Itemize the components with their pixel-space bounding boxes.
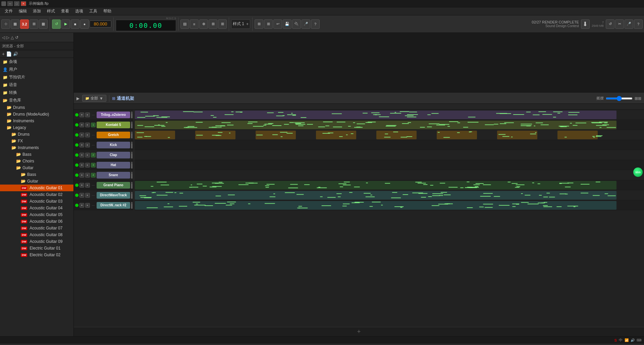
sidebar-add-button[interactable]: + — [2, 51, 5, 57]
track-volume-gretch[interactable] — [131, 132, 132, 138]
menu-file[interactable]: 文件 — [2, 8, 15, 15]
track-volume-directwave2[interactable] — [131, 202, 132, 209]
track-mute-kick[interactable]: ● — [79, 143, 84, 147]
track-name-button-hat[interactable]: Hat — [97, 162, 130, 168]
track-led-kick[interactable] — [75, 143, 78, 147]
plugin-button[interactable]: ⊕ — [199, 19, 208, 29]
track-led-trilog[interactable] — [75, 113, 78, 117]
eq-button[interactable]: ≡ — [190, 19, 199, 29]
track-content-clap[interactable] — [134, 150, 644, 160]
sidebar-item-legacy-fx[interactable]: 📂 FX — [0, 138, 73, 144]
pointer-tool-button[interactable]: ⊹ — [1, 19, 10, 29]
sidebar-item-legacy-drums[interactable]: 📂 Drums — [0, 131, 73, 138]
sidebar-item-guitar-folder[interactable]: 📂 Guitar — [0, 164, 73, 171]
close-button[interactable]: ✕ — [21, 1, 26, 6]
track-solo-kontakt[interactable]: ▸ — [85, 123, 90, 127]
piano-roll-button[interactable]: ⊞ — [218, 19, 227, 29]
track-mute-kontakt[interactable]: ● — [79, 123, 84, 127]
sidebar-item-drums[interactable]: 📂 Drums — [0, 104, 73, 111]
sidebar-item-choirs[interactable]: 📂 Choirs — [0, 158, 73, 164]
track-content-gretch[interactable] — [134, 130, 644, 140]
snap-button[interactable]: ⊞ — [255, 19, 263, 29]
sidebar-item-soundfont[interactable]: 📂 音色库 — [0, 96, 73, 104]
minimize-button[interactable]: ─ — [7, 1, 13, 6]
track-content-kick[interactable] — [134, 140, 644, 150]
play-button[interactable]: ▶ — [61, 19, 70, 29]
loop-tool-button[interactable]: ▦ — [39, 19, 48, 29]
track-mute-directwave2[interactable]: ● — [79, 203, 84, 208]
menu-edit[interactable]: 编辑 — [16, 8, 30, 15]
track-mute-grandpiano[interactable]: ● — [79, 183, 84, 188]
track-volume-snare[interactable] — [131, 172, 132, 179]
menu-help[interactable]: 帮助 — [101, 8, 114, 15]
sidebar-item-electric-02[interactable]: DW Electric Guitar 02 — [0, 252, 73, 258]
help-icon-button[interactable]: ? — [311, 19, 320, 29]
track-name-button-gretch[interactable]: Gretch — [97, 132, 130, 138]
track-content-snare[interactable] — [134, 170, 644, 180]
track-volume-kontakt[interactable] — [131, 122, 132, 128]
track-led-kontakt[interactable] — [75, 123, 78, 127]
track-name-button-directwave[interactable]: DirectWaveTrack — [97, 192, 130, 199]
pattern-selector[interactable]: 📁 全部 ▼ — [82, 95, 106, 102]
sidebar-item-beatslice[interactable]: 📁 节拍切片 — [0, 73, 73, 81]
track-content-hat[interactable] — [134, 160, 644, 170]
metronome-button[interactable]: ⊞ — [30, 19, 38, 29]
zoom-button[interactable]: ⊞ — [264, 19, 273, 29]
track-mute-directwave[interactable]: ● — [79, 193, 84, 198]
track-led-snare[interactable] — [75, 174, 78, 177]
piano-tool-button[interactable]: ▦ — [11, 19, 19, 29]
track-name-button-snare[interactable]: Snare — [97, 172, 130, 179]
sidebar-refresh-button[interactable]: ↺ — [15, 35, 18, 40]
track-mute-clap[interactable]: ● — [79, 153, 84, 157]
track-solo-hat[interactable]: ▸ — [85, 163, 90, 167]
sidebar-item-guitar-guitar[interactable]: 📂 Guitar — [0, 178, 73, 185]
stop-button[interactable]: ■ — [71, 19, 79, 29]
track-volume-clap[interactable] — [131, 152, 132, 158]
track-volume-grandpiano[interactable] — [131, 182, 132, 189]
track-solo-directwave2[interactable]: ▸ — [85, 203, 90, 208]
maximize-button[interactable]: □ — [14, 1, 19, 6]
sidebar-item-acoustic-09[interactable]: DW Acoustic Guitar 09 — [0, 238, 73, 245]
sidebar-item-acoustic-03[interactable]: DW Acoustic Guitar 03 — [0, 198, 73, 205]
sidebar-item-instruments-top[interactable]: 📂 Instruments — [0, 118, 73, 124]
track-solo-directwave[interactable]: ▸ — [85, 193, 90, 198]
sidebar-item-acoustic-06[interactable]: DW Acoustic Guitar 06 — [0, 218, 73, 225]
track-mute-trilog[interactable]: ● — [79, 113, 84, 117]
bpm-display[interactable]: 80.000 — [90, 20, 111, 27]
track-led-hat[interactable] — [75, 163, 78, 167]
save-button[interactable]: 💾 — [283, 19, 291, 29]
track-solo-gretch[interactable]: ▸ — [85, 133, 90, 137]
sidebar-item-acoustic-04[interactable]: DW Acoustic Guitar 04 — [0, 205, 73, 211]
track-solo-grandpiano[interactable]: ▸ — [85, 183, 90, 188]
track-solo-snare[interactable]: ▸ — [85, 173, 90, 178]
menu-tools[interactable]: 工具 — [87, 8, 100, 15]
track-name-button-kontakt[interactable]: Kontakt 5 — [97, 122, 130, 128]
sidebar-item-drums-modeaudio[interactable]: 📂 Drums (ModeAudio) — [0, 111, 73, 118]
sidebar-item-acoustic-02[interactable]: DW Acoustic Guitar 02 — [0, 191, 73, 198]
sidebar-item-voice[interactable]: 📁 语音 — [0, 81, 73, 89]
export-button[interactable]: ✂ — [615, 19, 624, 29]
help2-button[interactable]: ? — [634, 19, 643, 29]
track-volume-trilog[interactable] — [131, 112, 132, 118]
browser-button[interactable]: ⊞ — [209, 19, 217, 29]
sidebar-item-misc[interactable]: 📁 杂项 — [0, 58, 73, 66]
track-led-grandpiano[interactable] — [75, 184, 78, 187]
pattern-add-button[interactable]: + — [246, 22, 249, 26]
sidebar-up-button[interactable]: △ — [11, 35, 14, 40]
track-name-button-directwave2[interactable]: DirectW..rack #2 — [97, 202, 130, 209]
sidebar-item-legacy-instruments[interactable]: 📂 Instruments — [0, 144, 73, 151]
sidebar-speaker-button[interactable]: 🔊 — [13, 52, 18, 56]
track-solo-trilog[interactable]: ▸ — [85, 113, 90, 117]
sidebar-item-guitar-bass[interactable]: 📂 Bass — [0, 171, 73, 178]
track-mute-snare[interactable]: ● — [79, 173, 84, 178]
sidebar-item-legacy[interactable]: 📂 Legacy — [0, 124, 73, 131]
track-content-grandpiano[interactable] — [134, 180, 644, 190]
restart-button[interactable]: ↺ — [606, 19, 614, 29]
sidebar-back-button[interactable]: ◁ — [2, 35, 5, 40]
sse-circle[interactable]: SSS — [633, 167, 643, 177]
sidebar-forward-button[interactable]: ▷ — [6, 35, 9, 40]
playlist-expand-btn[interactable]: ▶ — [76, 96, 79, 101]
pan-slider[interactable] — [606, 97, 633, 99]
render-button[interactable]: ⬇ — [581, 19, 590, 29]
track-name-button-kick[interactable]: Kick — [97, 142, 130, 148]
